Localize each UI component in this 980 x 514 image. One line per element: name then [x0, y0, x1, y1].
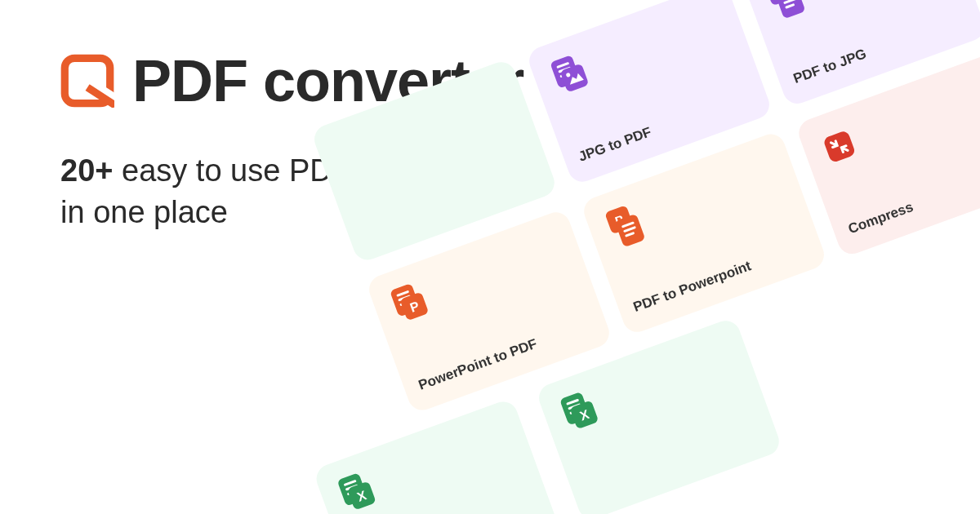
subtitle-line2: in one place [60, 195, 228, 229]
compress-icon [814, 122, 865, 172]
svg-rect-29 [822, 130, 856, 163]
svg-rect-25 [775, 0, 806, 19]
jpg-icon [545, 49, 595, 100]
subtitle-count: 20+ [60, 153, 113, 188]
tile-label: Compress [846, 160, 980, 237]
tool-tile[interactable]: X [313, 397, 561, 514]
logo-icon [60, 54, 114, 108]
blankg-icon [330, 127, 381, 178]
tile-label [592, 440, 764, 503]
pdfjpg-icon [760, 0, 810, 21]
ppt2-icon: P [599, 200, 650, 250]
excel-icon: X [332, 467, 382, 514]
tile-label: PDF to Powerpoint [631, 238, 808, 316]
powerpoint-icon: P [385, 277, 435, 328]
excel2-icon: X [555, 386, 605, 436]
